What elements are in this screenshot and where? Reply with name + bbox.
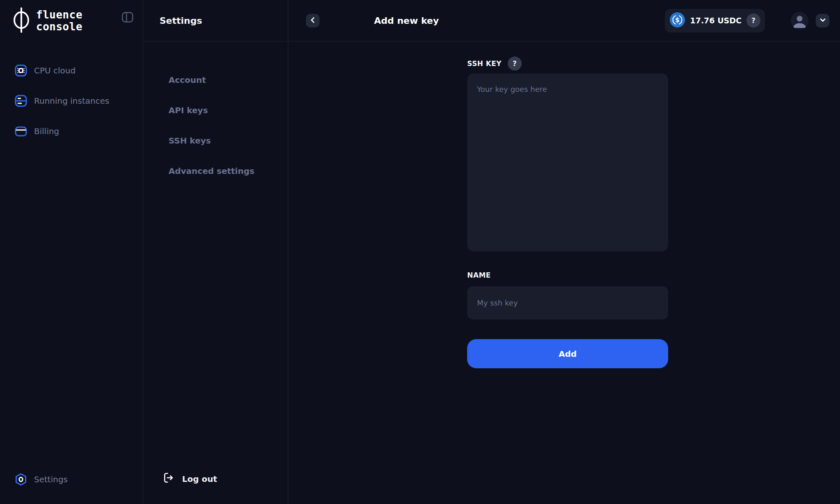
usdc-coin-icon: $	[670, 12, 685, 29]
sidebar-item-label: Settings	[34, 474, 68, 484]
avatar[interactable]	[791, 12, 808, 30]
balance-pill[interactable]: $ 17.76 USDC ?	[665, 9, 765, 32]
header-right: $ 17.76 USDC ?	[665, 9, 829, 32]
hexagon-settings-icon	[15, 473, 27, 486]
settings-nav: Account API keys SSH keys Advanced setti…	[143, 41, 288, 176]
add-button[interactable]: Add	[467, 339, 668, 368]
page-title: Add new key	[288, 16, 525, 26]
logout-icon	[162, 472, 175, 486]
sidebar-collapse-button[interactable]	[121, 11, 134, 25]
logo-row: fluenceconsole	[0, 0, 143, 39]
phi-logo-icon	[12, 7, 30, 34]
sidebar-item-billing[interactable]: Billing	[14, 124, 143, 138]
sidebar-item-label: Running instances	[34, 96, 109, 106]
name-label: NAME	[467, 271, 668, 279]
ssh-key-input[interactable]	[467, 73, 668, 251]
settings-nav-item-api-keys[interactable]: API keys	[169, 105, 288, 115]
logo-text: fluenceconsole	[36, 9, 82, 33]
chevron-down-icon	[819, 16, 827, 25]
main-header: Add new key $ 17.76 USDC ?	[288, 0, 840, 41]
settings-nav-item-advanced-settings[interactable]: Advanced settings	[169, 166, 288, 176]
name-input[interactable]	[467, 286, 668, 319]
ssh-key-help-button[interactable]: ?	[508, 57, 522, 71]
balance-amount: 17.76 USDC	[690, 16, 742, 25]
sidebar-nav: CPU cloud Running instances	[0, 64, 143, 138]
sidebar-item-label: CPU cloud	[34, 66, 75, 75]
settings-panel-title: Settings	[143, 0, 288, 41]
main-area: Add new key $ 17.76 USDC ?	[288, 0, 840, 504]
add-key-form: SSH KEY ? NAME Add	[467, 57, 668, 368]
sidebar-item-label: Billing	[34, 126, 59, 136]
sidebar-item-cpu-cloud[interactable]: CPU cloud	[14, 64, 143, 78]
sidebar-item-settings[interactable]: Settings	[15, 473, 143, 486]
ssh-key-label: SSH KEY	[467, 59, 502, 68]
credit-card-icon	[14, 124, 28, 138]
ssh-key-label-row: SSH KEY ?	[467, 57, 668, 71]
chevron-left-icon	[309, 16, 317, 25]
cpu-icon	[14, 64, 28, 78]
settings-panel: Settings Account API keys SSH keys Advan…	[143, 0, 288, 504]
user-menu-button[interactable]	[816, 14, 829, 27]
logout-label: Log out	[182, 474, 217, 484]
server-icon	[14, 94, 28, 108]
settings-nav-item-ssh-keys[interactable]: SSH keys	[169, 136, 288, 146]
primary-sidebar: fluenceconsole	[0, 0, 143, 504]
svg-text:$: $	[676, 16, 680, 24]
back-button[interactable]	[306, 14, 320, 27]
sidebar-item-running-instances[interactable]: Running instances	[14, 94, 143, 108]
settings-nav-item-account[interactable]: Account	[169, 75, 288, 85]
sidebar-bottom: Settings	[0, 473, 143, 504]
user-icon	[791, 23, 808, 30]
logout-button[interactable]: Log out	[143, 472, 288, 504]
app-window: fluenceconsole	[0, 0, 840, 504]
balance-help-button[interactable]: ?	[746, 14, 760, 27]
fluence-logo: fluenceconsole	[12, 7, 82, 34]
panel-left-icon	[121, 18, 134, 25]
